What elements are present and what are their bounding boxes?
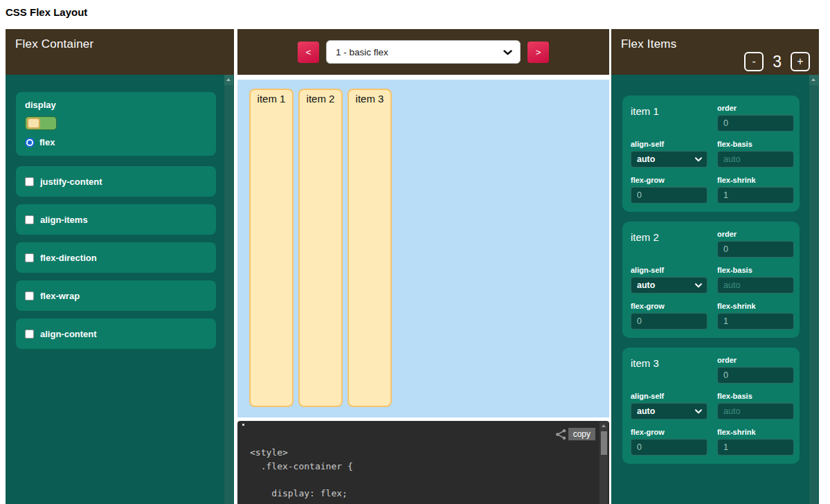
item-3-order-input[interactable] xyxy=(717,367,794,384)
item-2-flex-shrink-input[interactable] xyxy=(717,313,794,330)
display-toggle[interactable] xyxy=(25,116,57,130)
align-items-checkbox[interactable] xyxy=(25,215,34,224)
preview-item-1: item 1 xyxy=(249,89,294,407)
flex-items-title: Flex Items xyxy=(621,37,676,51)
item-1-card: item 1 order align-self auto flex-basis xyxy=(622,96,800,212)
flex-basis-label: flex-basis xyxy=(717,266,794,274)
item-count-value: 3 xyxy=(773,53,782,71)
item-1-order-input[interactable] xyxy=(717,115,794,132)
item-2-order-input[interactable] xyxy=(717,241,794,258)
code-scroll-up-arrow-icon[interactable] xyxy=(602,424,606,427)
justify-content-label[interactable]: justify-content xyxy=(40,177,102,187)
align-self-label: align-self xyxy=(631,140,707,148)
align-self-label: align-self xyxy=(631,392,707,400)
code-scrollbar[interactable] xyxy=(599,422,608,504)
code-block: <style> .flex-container { display: flex;… xyxy=(237,421,609,504)
item-1-flex-shrink-input[interactable] xyxy=(717,187,794,204)
flex-grow-label: flex-grow xyxy=(631,176,707,184)
order-label: order xyxy=(717,230,794,238)
item-1-flex-grow-input[interactable] xyxy=(631,187,707,204)
right-panel-scrollbar[interactable] xyxy=(809,75,818,504)
example-nav-bar: < 1 - basic flex > xyxy=(237,29,609,75)
scroll-up-arrow-icon[interactable] xyxy=(224,75,233,85)
item-1-align-self-select[interactable]: auto xyxy=(631,151,707,168)
item-3-name: item 3 xyxy=(631,356,707,384)
flex-wrap-label[interactable]: flex-wrap xyxy=(40,291,80,301)
display-toggle-knob xyxy=(27,118,40,129)
align-items-label[interactable]: align-items xyxy=(40,215,88,225)
item-1-name: item 1 xyxy=(631,104,707,132)
align-self-label: align-self xyxy=(631,266,707,274)
preview-panel: < 1 - basic flex > item 1 item 2 item 3 … xyxy=(237,29,609,504)
item-count-controls: - 3 + xyxy=(744,52,810,71)
generated-css-code: <style> .flex-container { display: flex; xyxy=(237,421,609,504)
item-3-flex-shrink-input[interactable] xyxy=(717,439,794,456)
example-select[interactable]: 1 - basic flex xyxy=(326,40,521,64)
flex-container-panel: Flex Container display flex justify-cont… xyxy=(6,29,234,504)
align-content-checkbox[interactable] xyxy=(25,330,34,339)
flex-items-header: Flex Items - 3 + xyxy=(611,29,819,75)
item-3-card: item 3 order align-self auto flex-basis xyxy=(622,348,800,464)
copy-button[interactable]: copy xyxy=(568,428,595,440)
share-icon[interactable] xyxy=(555,429,567,440)
code-scrollbar-thumb[interactable] xyxy=(601,431,607,455)
preview-item-2: item 2 xyxy=(298,89,343,407)
property-card-flex-direction: flex-direction xyxy=(16,242,216,273)
display-card: display flex xyxy=(16,92,216,156)
flex-radio[interactable] xyxy=(25,138,35,147)
item-2-flex-grow-input[interactable] xyxy=(631,313,707,330)
item-2-card: item 2 order align-self auto flex-basis xyxy=(622,222,800,338)
code-cursor-dot xyxy=(242,424,244,426)
preview-item-3: item 3 xyxy=(348,89,392,407)
flex-container-title: Flex Container xyxy=(15,37,93,51)
property-card-justify-content: justify-content xyxy=(16,166,216,197)
property-card-flex-wrap: flex-wrap xyxy=(16,280,216,311)
flex-basis-label: flex-basis xyxy=(717,140,794,148)
increase-items-button[interactable]: + xyxy=(791,52,810,71)
flex-container-body: display flex justify-content align-items xyxy=(6,75,234,504)
item-3-flex-basis-input[interactable] xyxy=(717,403,794,420)
order-label: order xyxy=(717,356,794,364)
property-card-align-content: align-content xyxy=(16,318,216,349)
flex-direction-checkbox[interactable] xyxy=(25,253,34,262)
display-label: display xyxy=(25,100,207,110)
item-2-align-self-select[interactable]: auto xyxy=(631,277,707,294)
flex-shrink-label: flex-shrink xyxy=(717,302,794,310)
page-title: CSS Flex Layout xyxy=(6,6,87,18)
flex-direction-label[interactable]: flex-direction xyxy=(40,253,97,263)
item-2-name: item 2 xyxy=(631,230,707,258)
flex-items-panel: Flex Items - 3 + item 1 order align-self… xyxy=(611,29,819,504)
item-1-flex-basis-input[interactable] xyxy=(717,151,794,168)
flex-shrink-label: flex-shrink xyxy=(717,176,794,184)
align-content-label[interactable]: align-content xyxy=(40,329,97,339)
flex-radio-label: flex xyxy=(39,137,55,147)
flex-wrap-checkbox[interactable] xyxy=(25,291,34,300)
prev-example-button[interactable]: < xyxy=(298,42,319,63)
flex-shrink-label: flex-shrink xyxy=(717,428,794,436)
order-label: order xyxy=(717,104,794,112)
property-card-align-items: align-items xyxy=(16,204,216,235)
flex-grow-label: flex-grow xyxy=(631,302,707,310)
item-3-align-self-select[interactable]: auto xyxy=(631,403,707,420)
flex-grow-label: flex-grow xyxy=(631,428,707,436)
left-panel-scrollbar[interactable] xyxy=(224,75,233,504)
decrease-items-button[interactable]: - xyxy=(744,52,764,71)
flex-basis-label: flex-basis xyxy=(717,392,794,400)
scroll-up-arrow-icon[interactable] xyxy=(809,75,818,85)
item-2-flex-basis-input[interactable] xyxy=(717,277,794,294)
item-3-flex-grow-input[interactable] xyxy=(631,439,707,456)
flex-items-body: item 1 order align-self auto flex-basis xyxy=(611,75,819,504)
next-example-button[interactable]: > xyxy=(527,42,549,63)
justify-content-checkbox[interactable] xyxy=(25,177,34,186)
flex-preview-area: item 1 item 2 item 3 xyxy=(237,80,609,417)
flex-container-header: Flex Container xyxy=(6,29,234,75)
